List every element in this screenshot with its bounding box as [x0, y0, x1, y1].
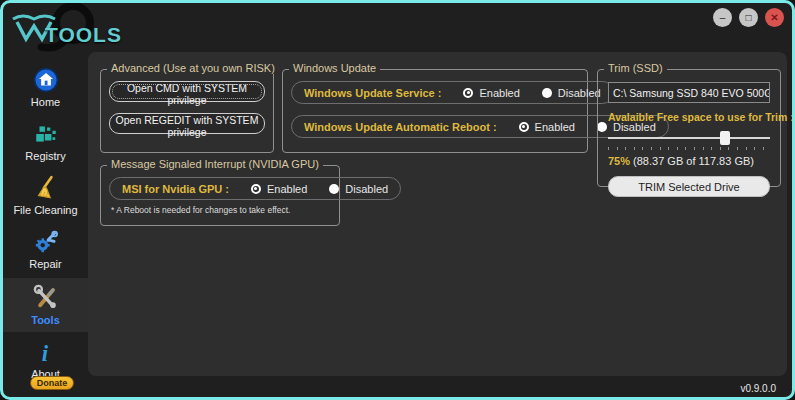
sidebar-item-repair[interactable]: Repair: [3, 224, 88, 276]
sidebar-item-label: Repair: [29, 258, 61, 270]
trim-size-detail: (88.37 GB of 117.83 GB): [633, 155, 754, 167]
trim-ssd-group: Trim (SSD) C:\ Samsung SSD 840 EVO 500GB…: [597, 69, 781, 187]
windows-update-group: Windows Update Windows Update Service : …: [282, 69, 588, 153]
trim-percent: 75%: [608, 155, 630, 167]
sidebar-item-home[interactable]: Home: [3, 62, 88, 114]
windows-update-group-title: Windows Update: [289, 62, 380, 74]
sidebar-item-label: Tools: [31, 314, 60, 326]
sidebar-item-label: Home: [31, 96, 60, 108]
svg-text:i: i: [41, 341, 48, 365]
file-cleaning-icon: [33, 175, 59, 201]
about-icon: i: [33, 339, 59, 365]
reboot-enabled-radio[interactable]: Enabled: [519, 121, 575, 133]
trim-slider-label: Avalaible Free space to use for Trim :: [608, 111, 770, 123]
minimize-button[interactable]: –: [713, 8, 732, 27]
sidebar: Home Registry File Cleaning: [3, 52, 88, 397]
window-controls: – □ ✕: [713, 8, 784, 27]
drive-select-dropdown[interactable]: C:\ Samsung SSD 840 EVO 500GB (4 ⌄: [608, 82, 770, 103]
slider-track[interactable]: [608, 137, 770, 139]
app-title: TOOLS: [45, 23, 122, 47]
trim-slider[interactable]: [608, 131, 770, 145]
slider-thumb[interactable]: [720, 131, 730, 145]
msi-row: MSI for Nvidia GPU : Enabled Disabled: [109, 177, 401, 200]
radio-selected-icon: [251, 184, 261, 194]
radio-unselected-icon: [542, 88, 552, 98]
msi-group: Message Signaled Interrupt (NVIDIA GPU) …: [100, 165, 340, 226]
tools-icon: [32, 283, 60, 311]
maximize-button[interactable]: □: [739, 8, 758, 27]
registry-icon: [33, 121, 59, 147]
close-button[interactable]: ✕: [765, 8, 784, 27]
open-cmd-system-button[interactable]: Open CMD with SYSTEM privilege: [109, 81, 265, 102]
main-panel: Advanced (Use at you own RISK) Open CMD …: [88, 52, 787, 376]
windows-update-service-label: Windows Update Service :: [304, 87, 441, 99]
sidebar-item-registry[interactable]: Registry: [3, 116, 88, 168]
sidebar-item-label: Registry: [25, 150, 65, 162]
trim-selected-drive-button[interactable]: TRIM Selected Drive: [608, 176, 770, 197]
sidebar-item-label: File Cleaning: [13, 204, 77, 216]
msi-enabled-radio[interactable]: Enabled: [251, 183, 307, 195]
windows-update-service-row: Windows Update Service : Enabled Disable…: [291, 81, 614, 104]
trim-group-title: Trim (SSD): [604, 62, 667, 74]
sidebar-item-file-cleaning[interactable]: File Cleaning: [3, 170, 88, 222]
slider-ticks: [608, 147, 770, 150]
advanced-group: Advanced (Use at you own RISK) Open CMD …: [100, 69, 274, 153]
home-icon: [33, 67, 59, 93]
msi-label: MSI for Nvidia GPU :: [122, 183, 229, 195]
service-disabled-radio[interactable]: Disabled: [542, 87, 601, 99]
version-label: v0.9.0.0: [740, 383, 776, 394]
windows-update-reboot-label: Windows Update Automatic Reboot :: [304, 121, 497, 133]
repair-icon: [33, 229, 59, 255]
app-window: TOOLS – □ ✕ Home Re: [0, 0, 795, 400]
app-logo: TOOLS: [9, 5, 129, 51]
radio-selected-icon: [463, 88, 473, 98]
open-regedit-system-button[interactable]: Open REGEDIT with SYSTEM privilege: [109, 113, 265, 134]
radio-unselected-icon: [329, 184, 339, 194]
msi-footnote: * A Reboot is needed for changes to take…: [111, 205, 339, 215]
advanced-group-title: Advanced (Use at you own RISK): [107, 62, 279, 74]
trim-inner: C:\ Samsung SSD 840 EVO 500GB (4 ⌄ Avala…: [608, 82, 770, 197]
titlebar: TOOLS – □ ✕: [3, 3, 792, 52]
msi-disabled-radio[interactable]: Disabled: [329, 183, 388, 195]
trim-value-line: 75% (88.37 GB of 117.83 GB): [608, 155, 770, 167]
radio-selected-icon: [519, 122, 529, 132]
drive-select-value: C:\ Samsung SSD 840 EVO 500GB (4: [613, 87, 770, 99]
sidebar-item-tools[interactable]: Tools: [3, 278, 88, 332]
msi-group-title: Message Signaled Interrupt (NVIDIA GPU): [107, 158, 323, 170]
donate-button[interactable]: Donate: [30, 376, 74, 390]
service-enabled-radio[interactable]: Enabled: [463, 87, 519, 99]
